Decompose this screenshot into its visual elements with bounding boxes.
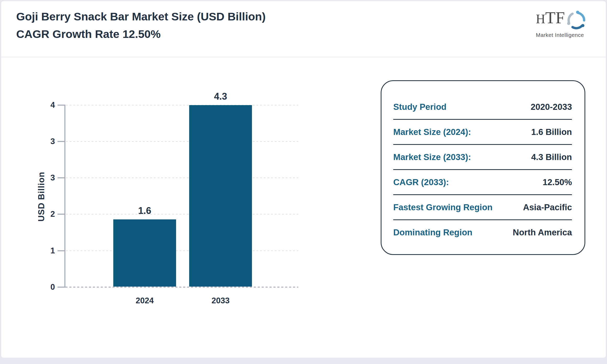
bar-value-2024: 1.6 [113, 205, 176, 216]
row-value: Asia-Pacific [523, 202, 572, 212]
gridline [66, 141, 298, 142]
row-label: Market Size (2033): [393, 152, 471, 162]
row-label: Study Period [393, 102, 447, 112]
x-axis-baseline [65, 287, 298, 288]
report-page: Goji Berry Snack Bar Market Size (USD Bi… [0, 0, 607, 364]
panel-row-cagr: CAGR (2033): 12.50% [393, 170, 572, 194]
title-line-2: CAGR Growth Rate 12.50% [16, 25, 266, 43]
y-tick-mark [58, 287, 65, 288]
logo-tf: TF [545, 8, 565, 27]
y-tick-mark [58, 141, 65, 142]
panel-row-fastest-growing-region: Fastest Growing Region Asia-Pacific [393, 195, 572, 219]
row-value: 2020-2033 [531, 102, 572, 112]
row-value: 4.3 Billion [531, 152, 572, 162]
panel-row-study-period: Study Period 2020-2033 [393, 95, 572, 119]
row-value: 1.6 Billion [531, 127, 572, 137]
gridline [66, 251, 298, 251]
panel-row-market-size-2033: Market Size (2033): 4.3 Billion [393, 145, 572, 169]
gridline [66, 178, 298, 178]
row-label: Fastest Growing Region [393, 202, 493, 212]
panel-row-market-size-2024: Market Size (2024): 1.6 Billion [393, 120, 572, 144]
y-tick-mark [58, 250, 65, 251]
gridline [66, 214, 298, 214]
y-tick-label: 3 [37, 173, 55, 183]
header-divider [1, 57, 606, 57]
page-title: Goji Berry Snack Bar Market Size (USD Bi… [16, 8, 266, 43]
htf-logo: HTF Market Inte [536, 9, 591, 38]
logo-wordmark: HTF [536, 9, 565, 26]
row-label: Market Size (2024): [393, 127, 471, 137]
title-line-1: Goji Berry Snack Bar Market Size (USD Bi… [16, 8, 266, 25]
market-summary-panel: Study Period 2020-2033 Market Size (2024… [381, 80, 585, 255]
x-tick-label-2024: 2024 [113, 296, 176, 305]
y-tick-mark [58, 105, 65, 106]
row-value: North America [513, 228, 572, 237]
y-tick-label: 2 [37, 209, 55, 219]
y-tick-label: 0 [37, 282, 55, 292]
y-tick-label: 1 [37, 246, 55, 255]
bar-2033 [189, 105, 252, 287]
x-tick-label-2033: 2033 [189, 296, 252, 305]
panel-row-dominating-region: Dominating Region North America [393, 220, 572, 244]
y-axis-line [64, 105, 65, 288]
y-tick-mark [58, 214, 65, 215]
gridline [66, 105, 298, 105]
y-tick-mark [58, 177, 65, 178]
bar-value-2033: 4.3 [189, 91, 252, 102]
row-label: Dominating Region [393, 228, 472, 237]
logo-tagline: Market Intelligence [536, 32, 591, 38]
y-tick-label: 3 [37, 137, 55, 146]
bar-2024 [113, 219, 176, 287]
y-tick-label: 4 [37, 100, 55, 110]
three-figures-swirl-icon [565, 10, 587, 32]
row-label: CAGR (2033): [393, 177, 449, 187]
row-value: 12.50% [543, 177, 572, 187]
